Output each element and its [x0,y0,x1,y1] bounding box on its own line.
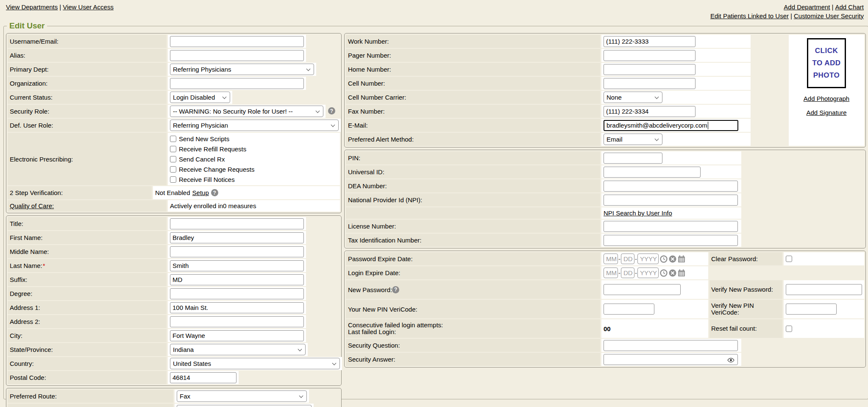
preferred-route-select[interactable]: Fax [177,390,307,402]
edit-patients-linked-link[interactable]: Edit Patients Linked to User [710,12,789,20]
first-name-input[interactable]: Bradley [170,232,304,243]
email-input[interactable]: bradleysmith@abcdeliverycorp.com [604,120,738,131]
current-status-select[interactable]: Login Disabled [170,92,230,103]
quality-of-care-link[interactable]: Quality of Care: [10,202,54,209]
add-photograph-link[interactable]: Add Photograph [804,95,849,102]
security-box: Password Expire Date: MM-DD-YYYY Clear P… [344,251,866,368]
middle-name-input[interactable] [170,246,304,257]
text-caret [708,122,709,129]
receive-fill-notices-checkbox[interactable] [170,176,176,183]
pin-input[interactable] [604,153,662,164]
alias-input[interactable] [170,50,304,61]
degree-input[interactable] [170,288,304,299]
help-icon[interactable]: ? [328,107,335,114]
address1-input[interactable]: 100 Main St. [170,302,304,313]
password-expire-row: Password Expire Date: MM-DD-YYYY Clear P… [346,252,864,265]
pager-number-input[interactable] [604,50,696,61]
npi-search-link[interactable]: NPI Search by User Info [604,209,672,217]
clear-password-checkbox[interactable] [786,256,792,262]
alias-row: Alias: [8,49,340,62]
new-password-input[interactable] [604,284,681,295]
add-signature-link[interactable]: Add Signature [806,109,846,116]
organization-input[interactable] [170,78,304,89]
login-expire-yyyy[interactable]: YYYY [637,268,659,278]
last-name-input[interactable]: Smith [170,260,304,271]
add-chart-link[interactable]: Add Chart [835,3,864,11]
security-answer-input[interactable] [604,354,738,365]
login-expire-dd[interactable]: DD [621,268,634,278]
security-role-select[interactable]: -- WARNING: No Security Role for User! -… [170,106,323,117]
help-icon[interactable]: ? [211,189,218,196]
identifiers-box: PIN: Universal ID: DEA Number: National … [344,150,866,248]
receive-change-requests-checkbox[interactable] [170,166,176,173]
email-value: bradleysmith@abcdeliverycorp.com [606,122,707,129]
login-expire-mm[interactable]: MM [604,268,618,278]
quality-of-care-value: Actively enrolled in0 measures [170,202,256,209]
send-cancel-rx-checkbox[interactable] [170,156,176,162]
page-title: Edit User [7,21,47,31]
license-number-input[interactable] [604,221,738,232]
pin-row: PIN: [346,151,864,164]
cell-carrier-select[interactable]: None [604,92,662,103]
clear-date-icon[interactable] [669,269,676,277]
username-input[interactable] [170,36,304,47]
city-input[interactable]: Fort Wayne [170,330,304,341]
password-expire-yyyy[interactable]: YYYY [637,254,659,264]
pin-vericode-input[interactable] [604,304,654,315]
receive-refill-requests-checkbox[interactable] [170,146,176,152]
two-step-setup-link[interactable]: Setup [192,189,209,196]
help-icon[interactable]: ? [392,286,399,293]
add-photo-box[interactable]: CLICK TO ADD PHOTO [807,38,846,88]
primary-dept-select[interactable]: Referring Physicians [170,64,314,75]
suffix-row: Suffix: MD [8,273,340,286]
alert-method-select[interactable]: Email [604,134,662,145]
date-separator: - [635,255,637,262]
fax-number-input[interactable]: (111) 222-3334 [604,106,696,117]
reset-fail-count-checkbox[interactable] [786,326,792,332]
postal-input[interactable]: 46814 [170,372,236,383]
send-new-scripts-checkbox[interactable] [170,136,176,142]
route-comment-input[interactable] [177,405,312,407]
verify-new-password-input[interactable] [786,284,862,295]
tax-id-row: Tax Identification Number: [346,234,864,247]
cell-number-input[interactable] [604,78,696,89]
view-user-access-link[interactable]: View User Access [63,3,114,11]
def-user-role-select[interactable]: Referring Physician [170,120,339,131]
clock-icon[interactable] [660,255,668,263]
dea-number-label: DEA Number: [346,179,600,192]
primary-dept-row: Primary Dept: Referring Physicians [8,63,340,76]
middle-name-label: Middle Name: [8,245,167,258]
password-expire-mm[interactable]: MM [604,254,618,264]
password-expire-dd[interactable]: DD [621,254,634,264]
personal-box: Title: First Name: Bradley Middle Name: … [6,215,342,386]
receive-fill-notices-label: Receive Fill Notices [179,176,235,183]
home-number-input[interactable] [604,64,696,75]
clear-date-icon[interactable] [669,255,676,263]
eye-icon[interactable] [727,357,734,364]
add-department-link[interactable]: Add Department [784,3,830,11]
address1-label: Address 1: [8,301,167,314]
clock-icon[interactable] [660,269,668,277]
customize-user-security-link[interactable]: Customize User Security [794,12,864,20]
dea-number-input[interactable] [604,181,738,192]
route-comment-label: Route Comment: [8,404,173,407]
failed-attempts-label: Consecutive failed login attempts: Last … [346,319,600,338]
work-number-input[interactable]: (111) 222-3333 [604,36,696,47]
address2-input[interactable] [170,316,304,327]
view-departments-link[interactable]: View Departments [6,3,58,11]
title-label: Title: [8,217,167,230]
security-question-input[interactable] [604,340,738,351]
country-select[interactable]: United States [170,358,340,369]
state-select[interactable]: Indiana [170,344,306,355]
cell-number-row: Cell Number: [346,77,787,90]
suffix-input[interactable]: MD [170,274,304,285]
tax-id-input[interactable] [604,235,738,246]
calendar-icon[interactable] [678,255,685,263]
suffix-label: Suffix: [8,273,167,286]
npi-input[interactable] [604,195,738,206]
title-input[interactable] [170,218,304,229]
cell-number-label: Cell Number: [346,77,600,90]
universal-id-input[interactable] [604,167,701,178]
calendar-icon[interactable] [678,269,685,277]
verify-pin-vericode-input[interactable] [786,304,837,315]
